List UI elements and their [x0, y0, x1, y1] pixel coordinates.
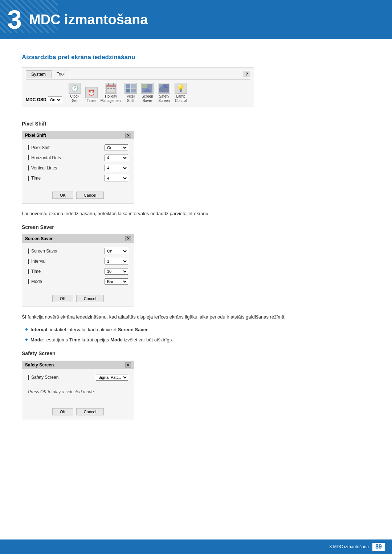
bullet-dot — [25, 328, 28, 331]
bullet-interval-text: : iestatiet intervālu, kādā aktivizēt — [47, 327, 118, 332]
dialog-row-time-ps: Time 4268 — [28, 175, 128, 181]
row-indicator — [28, 165, 29, 171]
pixel-shift-dialog-title: Pixel Shift — [25, 133, 46, 138]
safety-screen-dialog: Safety Screen ✕ Safety Screen Signal Pat… — [22, 361, 134, 420]
screen-saver-select[interactable]: OnOff — [105, 248, 128, 254]
mode-select[interactable]: BarFadeScroll — [105, 278, 128, 285]
pixel-shift-icon — [124, 83, 137, 94]
interval-label: Interval — [28, 259, 45, 264]
svg-rect-9 — [126, 89, 130, 93]
safety-screen-label: SafetyScreen — [158, 94, 170, 103]
safety-screen-titlebar: Safety Screen ✕ — [22, 361, 134, 369]
lamp-control-label: LampControl — [175, 94, 187, 103]
safety-screen-cancel-button[interactable]: Cancel — [76, 408, 104, 415]
safety-screen-close-button[interactable]: ✕ — [125, 362, 131, 368]
horizontal-dots-select[interactable]: 4268 — [105, 155, 128, 161]
safety-screen-ok-button[interactable]: OK — [52, 408, 73, 415]
row-indicator — [28, 155, 29, 160]
interval-select[interactable]: 123 — [105, 258, 128, 264]
pixel-shift-dialog: Pixel Shift ✕ Pixel Shift OnOff Horizont… — [22, 131, 134, 204]
screen-saver-icon — [141, 83, 154, 94]
toolbar-icon-screen-saver[interactable]: ScreenSaver — [140, 83, 155, 103]
toolbar-icon-pixel-shift[interactable]: PixelShift — [123, 83, 138, 103]
section-title: Aizsardzība pret ekrāna iededzināšanu — [22, 54, 370, 61]
bullet-mode-text3: izvēlei var būt atšķirīgs. — [123, 337, 173, 342]
footer-text: 3 MDC izmantošana — [329, 544, 369, 549]
mode-label: Mode — [28, 279, 42, 284]
row-indicator — [28, 249, 29, 254]
vertical-lines-select[interactable]: 4268 — [105, 165, 128, 171]
toolbar-icon-holiday[interactable]: HolidayManagement — [101, 83, 122, 103]
vertical-lines-label: Vertical Lines — [28, 165, 57, 171]
pixel-shift-label: PixelShift — [127, 94, 135, 103]
tab-system[interactable]: System — [26, 70, 51, 78]
screen-saver-ok-button[interactable]: OK — [52, 295, 73, 302]
description-2: Šī funkcija novērš ekrāna iededzināšanu,… — [22, 313, 370, 321]
dialog-row-pixel-shift: Pixel Shift OnOff — [28, 144, 128, 151]
holiday-label: HolidayManagement — [101, 94, 122, 103]
dialog-row-horizontal-dots: Horizontal Dots 4268 — [28, 155, 128, 161]
bullet-list: Interval: iestatiet intervālu, kādā akti… — [25, 326, 370, 344]
bullet-dot — [25, 338, 28, 341]
timer-icon: ⏰ — [85, 87, 98, 98]
page-content: Aizsardzība pret ekrāna iededzināšanu Sy… — [0, 39, 392, 448]
tab-tool[interactable]: Tool — [51, 70, 70, 78]
clock-icon: 🕐 — [69, 83, 81, 94]
screen-saver-titlebar: Screen Saver ✕ — [22, 235, 134, 243]
page-header: 3 MDC izmantošana — [0, 0, 392, 39]
dialog-row-interval: Interval 123 — [28, 258, 128, 264]
safety-screen-row-label: Safety Screen — [28, 375, 58, 380]
dialog-row-mode: Mode BarFadeScroll — [28, 278, 128, 285]
screen-saver-label: ScreenSaver — [142, 94, 153, 103]
pixel-shift-row-label: Pixel Shift — [28, 145, 50, 150]
safety-screen-note: Press OK to play a selected mode. — [22, 388, 134, 398]
svg-rect-10 — [131, 89, 136, 93]
row-indicator — [28, 279, 29, 284]
toolbar-icon-clock[interactable]: 🕐 ClockSet — [67, 83, 82, 103]
time-ss-label: Time — [28, 269, 41, 274]
row-indicator — [28, 259, 29, 264]
time-ps-label: Time — [28, 176, 41, 181]
bullet-screen-saver-bold: Screen Saver — [118, 327, 148, 332]
dialog-row-safety-screen: Safety Screen Signal Patt...ScrollFade — [28, 374, 128, 381]
pixel-shift-close-button[interactable]: ✕ — [125, 133, 131, 138]
dialog-row-time-ss: Time 102030 — [28, 268, 128, 275]
help-button[interactable]: ? — [244, 71, 250, 77]
safety-screen-title: Safety Screen — [22, 350, 370, 356]
svg-rect-7 — [126, 84, 130, 88]
mdc-osd-control: MDC OSD On Off — [26, 97, 62, 103]
bullet-interval: Interval: iestatiet intervālu, kādā akti… — [25, 326, 370, 334]
toolbar-icon-timer[interactable]: ⏰ Timer — [84, 87, 99, 103]
mdc-osd-select[interactable]: On Off — [48, 97, 62, 103]
pixel-shift-footer: OK Cancel — [22, 189, 134, 203]
screen-saver-close-button[interactable]: ✕ — [125, 236, 131, 241]
safety-screen-body: Safety Screen Signal Patt...ScrollFade — [22, 369, 134, 388]
svg-rect-6 — [113, 88, 115, 89]
pixel-shift-select[interactable]: OnOff — [105, 144, 128, 151]
bullet-mode-prefix: Mode — [30, 337, 43, 342]
safety-screen-dialog-title: Safety Screen — [25, 362, 54, 368]
pixel-shift-title: Pixel Shift — [22, 121, 370, 127]
screen-saver-title: Screen Saver — [22, 224, 370, 230]
bullet-mode-text1: : iestatījums — [43, 337, 69, 342]
pixel-shift-cancel-button[interactable]: Cancel — [76, 192, 104, 199]
footer-page-number: 89 — [372, 543, 385, 551]
screen-saver-cancel-button[interactable]: Cancel — [76, 295, 104, 302]
pixel-shift-body: Pixel Shift OnOff Horizontal Dots 4268 — [22, 139, 134, 189]
toolbar-tabs: System Tool ? — [26, 70, 250, 80]
lamp-control-icon: 💡 — [175, 83, 187, 94]
time-ss-select[interactable]: 102030 — [105, 268, 128, 275]
toolbar-icon-lamp-control[interactable]: 💡 LampControl — [173, 83, 188, 103]
screen-saver-footer: OK Cancel — [22, 292, 134, 307]
toolbar-icon-safety-screen[interactable]: SafetyScreen — [156, 83, 172, 103]
svg-rect-4 — [107, 88, 109, 89]
bullet-mode: Mode: iestatījums Time katrai opcijas Mo… — [25, 336, 370, 344]
mdc-osd-label: MDC OSD — [26, 97, 46, 102]
time-ps-select[interactable]: 4268 — [105, 175, 128, 181]
safety-screen-select[interactable]: Signal Patt...ScrollFade — [96, 374, 128, 381]
screen-saver-row-label: Screen Saver — [28, 249, 58, 254]
toolbar-box: System Tool ? MDC OSD On Off 🕐 ClockSet — [22, 67, 254, 107]
safety-screen-icon — [158, 83, 170, 94]
pixel-shift-ok-button[interactable]: OK — [52, 192, 73, 199]
row-indicator — [28, 145, 29, 150]
